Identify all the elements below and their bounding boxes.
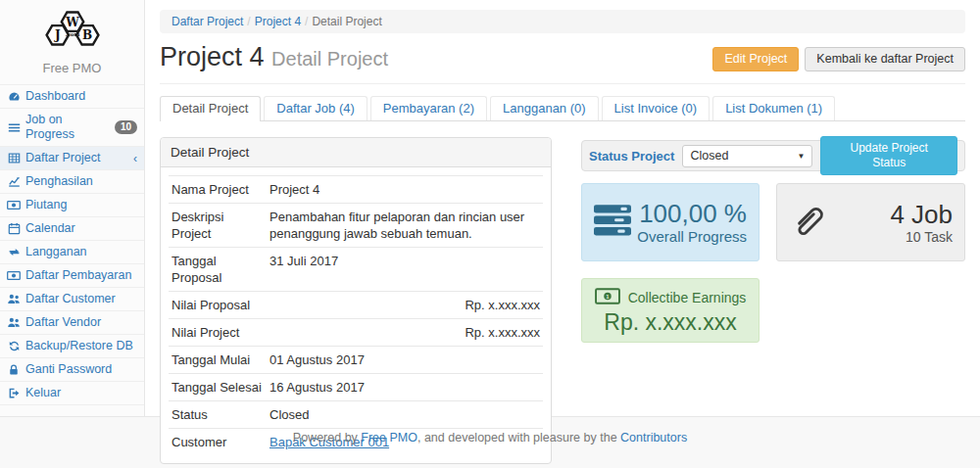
page-subtitle: Detail Project xyxy=(271,48,388,70)
detail-row-value: Penambahan fitur pelaporan dan rincian u… xyxy=(267,204,543,248)
overall-progress-box: 100,00 % Overall Progress xyxy=(581,183,760,261)
breadcrumb: Daftar Project/Project 4/Detail Project xyxy=(160,10,965,33)
detail-row-value: 16 Agustus 2017 xyxy=(267,374,543,401)
status-panel: Status Project Closed ▼ Update Project S… xyxy=(581,140,965,171)
detail-row-label: Nilai Project xyxy=(169,319,267,347)
sidebar-link-daftar-vendor[interactable]: Daftar Vendor xyxy=(0,311,144,334)
money-icon xyxy=(7,270,21,281)
tab-pembayaran-2[interactable]: Pembayaran (2) xyxy=(370,96,487,120)
table-row: Tanggal Selesai16 Agustus 2017 xyxy=(169,374,543,401)
earnings-title-row: 1 Collectibe Earnings xyxy=(590,288,751,307)
sidebar-link-langganan[interactable]: Langganan xyxy=(0,241,144,263)
jobs-box: 4 Job 10 Task xyxy=(776,183,965,261)
update-status-button[interactable]: Update Project Status xyxy=(820,136,957,175)
footer-link-contributors[interactable]: Contributors xyxy=(620,431,687,445)
sidebar-item-label: Calendar xyxy=(25,221,75,236)
table-row: Nama ProjectProject 4 xyxy=(169,176,543,204)
sign-out-icon xyxy=(7,387,21,399)
svg-text:.com: .com xyxy=(65,31,79,37)
detail-row-label: Nama Project xyxy=(169,176,267,204)
sidebar-item-label: Job on Progress xyxy=(25,113,110,142)
sidebar-item-label: Daftar Vendor xyxy=(25,315,101,330)
main-row: Detail Project Nama ProjectProject 4Desk… xyxy=(160,137,965,464)
sidebar-link-piutang[interactable]: Piutang xyxy=(0,194,144,216)
refresh-icon xyxy=(7,340,21,352)
sidebar-link-daftar-pembayaran[interactable]: Daftar Pembayaran xyxy=(0,264,144,287)
sidebar-item-piutang: Piutang xyxy=(0,194,144,217)
sidebar-link-daftar-customer[interactable]: Daftar Customer xyxy=(0,288,144,310)
sidebar-item-ganti-password: Ganti Password xyxy=(0,358,144,382)
progress-text: 100,00 % Overall Progress xyxy=(631,200,747,245)
status-select[interactable]: Closed ▼ xyxy=(682,145,812,167)
detail-row-value: 01 Agustus 2017 xyxy=(267,347,543,374)
detail-panel-body: Nama ProjectProject 4Deskripsi ProjectPe… xyxy=(161,167,551,463)
detail-row-value: Rp. x.xxx.xxx xyxy=(267,292,543,319)
detail-row-value: Rp. x.xxx.xxx xyxy=(267,319,543,347)
sidebar-link-penghasilan[interactable]: Penghasilan xyxy=(0,170,144,193)
tab-list-invoice-0[interactable]: List Invoice (0) xyxy=(602,96,710,120)
table-icon xyxy=(7,152,21,164)
paperclip-icon xyxy=(789,200,828,245)
line-chart-icon xyxy=(7,175,21,188)
sidebar-item-calendar: Calendar xyxy=(0,217,144,241)
jobs-value: 4 Job xyxy=(828,201,953,228)
back-to-list-button[interactable]: Kembali ke daftar Project xyxy=(805,47,965,71)
app-name: Free PMO xyxy=(0,58,144,84)
breadcrumb-link-daftar-project[interactable]: Daftar Project xyxy=(172,15,243,28)
status-select-value: Closed xyxy=(690,149,728,163)
sidebar-item-label: Penghasilan xyxy=(25,174,93,189)
detail-row-label: Tanggal Proposal xyxy=(169,248,267,292)
table-row: StatusClosed xyxy=(169,401,543,429)
sidebar-item-label: Dashboard xyxy=(25,89,85,104)
sidebar-item-label: Daftar Pembayaran xyxy=(25,268,131,283)
sidebar-item-daftar-customer: Daftar Customer xyxy=(0,288,144,311)
tasks-icon xyxy=(594,205,631,240)
detail-row-label: Tanggal Mulai xyxy=(169,347,267,374)
sidebar-link-calendar[interactable]: Calendar xyxy=(0,217,144,240)
detail-table-body: Nama ProjectProject 4Deskripsi ProjectPe… xyxy=(169,176,543,456)
tab-detail-project[interactable]: Detail Project xyxy=(160,96,261,121)
tab-langganan-0[interactable]: Langganan (0) xyxy=(490,96,599,120)
svg-text:B: B xyxy=(82,28,92,42)
table-row: Tanggal Mulai01 Agustus 2017 xyxy=(169,347,543,374)
header-buttons: Edit Project Kembali ke daftar Project xyxy=(712,47,965,73)
breadcrumb-link-project-4[interactable]: Project 4 xyxy=(255,15,301,28)
left-box-column: 100,00 % Overall Progress 1 xyxy=(581,183,760,343)
chevron-left-icon: ‹ xyxy=(133,153,137,164)
lock-icon xyxy=(7,363,21,376)
sidebar-item-label: Piutang xyxy=(25,198,67,212)
svg-text:J: J xyxy=(53,28,60,42)
detail-row-value: 31 Juli 2017 xyxy=(267,248,543,292)
page-header: Project 4 Detail Project Edit Project Ke… xyxy=(160,33,965,84)
sidebar-item-label: Daftar Project xyxy=(25,151,100,165)
sidebar-link-job-on-progress[interactable]: Job on Progress10 xyxy=(0,109,144,146)
sidebar-link-dashboard[interactable]: Dashboard xyxy=(0,85,144,108)
tab-list-dokumen-1[interactable]: List Dokumen (1) xyxy=(712,96,835,120)
footer-link-free-pmo[interactable]: Free PMO xyxy=(361,431,417,445)
sidebar-menu: DashboardJob on Progress10Daftar Project… xyxy=(0,84,144,405)
sidebar-item-label: Backup/Restore DB xyxy=(25,339,133,353)
sidebar-link-backup-restore-db[interactable]: Backup/Restore DB xyxy=(0,335,144,357)
calendar-icon xyxy=(7,222,21,235)
count-badge: 10 xyxy=(115,120,137,134)
info-boxes-row: 100,00 % Overall Progress 1 xyxy=(581,183,965,343)
breadcrumb-current: Detail Project xyxy=(312,15,381,28)
earnings-label: Collectibe Earnings xyxy=(628,290,747,305)
progress-value: 100,00 % xyxy=(631,200,747,227)
tab-daftar-job-4[interactable]: Daftar Job (4) xyxy=(264,96,367,120)
money-icon xyxy=(7,200,21,211)
sidebar-item-dashboard: Dashboard xyxy=(0,85,144,109)
table-row: Nilai ProjectRp. x.xxx.xxx xyxy=(169,319,543,347)
sidebar-link-keluar[interactable]: Keluar xyxy=(0,382,144,404)
sidebar-item-label: Langganan xyxy=(25,245,87,259)
sidebar-item-label: Keluar xyxy=(25,386,61,400)
sidebar-item-daftar-project: Daftar Project‹ xyxy=(0,147,144,170)
caret-down-icon: ▼ xyxy=(797,152,805,161)
footer-text: Powered by xyxy=(293,431,361,445)
detail-row-label: Tanggal Selesai xyxy=(169,374,267,401)
sidebar-link-daftar-project[interactable]: Daftar Project‹ xyxy=(0,147,144,169)
dashboard-icon xyxy=(7,90,21,103)
sidebar-link-ganti-password[interactable]: Ganti Password xyxy=(0,358,144,381)
sidebar-item-keluar: Keluar xyxy=(0,382,144,405)
edit-project-button[interactable]: Edit Project xyxy=(712,47,799,71)
